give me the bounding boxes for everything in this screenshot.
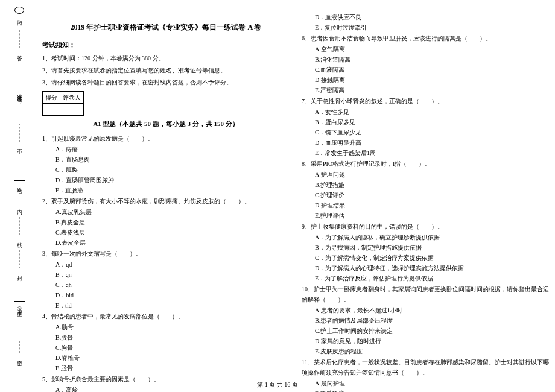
notice-heading: 考试须知： [42,39,290,51]
page-content: 2019 年护士职业资格证考试《专业实务》每日一练试卷 A 卷 考试须知： 1、… [42,12,549,392]
option-line: B．蛋白尿多见 [315,117,549,127]
part-title: A1 型题（本题共 50 题，每小题 3 分，共 150 分） [42,118,290,130]
option-line: D．bid [56,290,290,300]
option-line: C．qh [56,280,290,290]
question-stem: 11、某术后化疗患者，一般状况较差。目前患者存在肺部感染和尿潴留。护士对其进行以… [302,357,549,378]
option-line: A.肋骨 [56,322,290,332]
option-line: B.消化道隔离 [315,54,549,65]
option-line: B.患者的病情及局部受压程度 [315,315,549,326]
exam-title: 2019 年护士职业资格证考试《专业实务》每日一练试卷 A 卷 [42,21,290,33]
option-line: B.真皮全层 [56,217,290,227]
option-line: C.血液隔离 [315,65,549,75]
option-line: D.家属的意见，随时进行 [315,336,549,346]
option-line: D．为了解病人的心理特征，选择护理实施方法提供依据 [315,263,549,273]
underline-field [14,166,25,181]
option-line: B.股骨 [56,332,290,343]
sidebar-label: 照 [16,16,24,17]
sidebar-label: 答 [16,51,24,52]
option-line: D．血压明显升高 [315,138,549,148]
option-line: A.护理问题 [315,169,549,180]
option-line: A．痔疮 [56,144,290,154]
option-line: D．直肠肛管周围脓肿 [56,175,290,185]
option-line: C.胸骨 [56,343,290,353]
dashed-line [19,341,20,353]
question-stem: 6、患者因食用不洁食物而导致甲型肝炎，应该进行的隔离是（ ）。 [302,33,549,43]
question-stem: 9、护士收集健康资料的目的中，错误的是（ ）。 [302,221,549,232]
binding-circle [14,7,24,14]
option-line: E．复位时过度牵引 [315,22,549,33]
page-footer: 第 1 页 共 16 页 [0,381,555,389]
dashed-line [19,217,20,235]
sidebar-label: 不 [16,145,24,146]
sidebar-label-exam-id: 准考证号 [16,90,24,95]
option-line: C.表皮浅层 [56,227,290,238]
question-stem: 8、采用PIO格式进行护理记录时，I指（ ）。 [302,159,549,169]
dashed-line [19,250,20,268]
score-cell: 得分 [43,92,60,104]
left-questions: 1、引起肛瘘最常见的原发病是（ ）。A．痔疮B．直肠息肉C．肛裂D．直肠肛管周围… [42,133,290,392]
option-line: C．为了解病情变化，制定治疗方案提供依据 [315,253,549,263]
option-line: C.护理评价 [315,190,549,200]
option-line: D.接触隔离 [315,75,549,85]
option-line: B.护理措施 [315,180,549,190]
option-line: E．常发生于感染后1周 [315,148,549,158]
option-line: D.脊椎骨 [56,353,290,363]
instruction-line: 3、请仔细阅读各种题目的回答要求，在密封线内答题，否则不予评分。 [42,77,290,87]
sidebar-label: 线 [16,238,24,239]
option-line: A．qd [56,259,290,270]
option-line: E.严密隔离 [315,85,549,95]
option-line: D．血液供应不良 [315,12,549,22]
option-line: E.皮肤疾患的程度 [315,346,549,356]
right-questions: 6、患者因食用不洁食物而导致甲型肝炎，应该进行的隔离是（ ）。A.空气隔离B.消… [302,33,549,392]
option-line: B．为寻找病因，制定护理措施提供依据 [315,242,549,253]
score-table: 得分 评卷人 [42,91,84,116]
option-line: B．直肠息肉 [56,154,290,165]
option-line: D.表皮全层 [56,238,290,248]
right-column: D．血液供应不良 E．复位时过度牵引 6、患者因食用不洁食物而导致甲型肝炎，应该… [302,12,549,392]
option-line: C.护士工作时间的安排来决定 [315,326,549,336]
exam-binding-sidebar: 照 答 准考证号 不 姓名 内 线 封 省（市区） 密 [3,0,36,374]
option-line: D.护理结果 [315,200,549,210]
instruction-line: 2、请首先按要求在试卷的指定位置填写您的姓名、准考证号等信息。 [42,65,290,75]
dashed-line [19,30,20,48]
sidebar-label: 封 [16,271,24,273]
option-line: A.患者的要求，最长不超过1小时 [315,305,549,315]
option-line: E．tid [56,300,290,311]
option-line: A.真皮乳头层 [56,207,290,217]
option-line: E.胫骨 [56,363,290,373]
option-line: A.空气隔离 [315,44,549,54]
sidebar-label: 内 [16,205,24,206]
option-line: C．镜下血尿少见 [315,127,549,138]
option-line: A．女性多见 [315,107,549,117]
option-line: B．qn [56,270,290,280]
question-stem: 3、每晚一次的外文缩写是（ ）。 [42,248,290,259]
option-line: C．肛裂 [56,165,290,175]
instruction-line: 1、考试时间：120 分钟，本卷满分为 380 分。 [42,53,290,63]
option-line: E．为了解治疗反应，评估护理行为提供依据 [315,273,549,283]
grader-cell: 评卷人 [60,92,84,104]
left-column: 2019 年护士职业资格证考试《专业实务》每日一练试卷 A 卷 考试须知： 1、… [42,12,290,392]
underline-field [14,69,25,87]
option-line: E.护理评估 [315,210,549,221]
dashed-line [19,124,20,142]
question-stem: 1、引起肛瘘最常见的原发病是（ ）。 [42,133,290,144]
sidebar-label-province: 省（市区） [16,303,24,309]
question-stem: 2、双手及腕部烫伤，有大小不等的水疱，剧烈疼痛。灼伤及皮肤的（ ）。 [42,196,290,206]
question-stem: 10、护士甲为一卧床患者翻身时，其家属询问患者更换卧位间隔时间的根据，请你指出最… [302,284,549,305]
question-stem: 4、骨结核的患者中，最常见的发病部位是（ ）。 [42,311,290,321]
option-line: A．为了解病人的隐私，确立护理诊断提供依据 [315,232,549,242]
question-stem: 7、关于急性肾小球肾炎的叙述，正确的是（ ）。 [302,96,549,106]
sidebar-label-name: 姓名 [16,183,24,185]
option-line: E．直肠癌 [56,185,290,195]
underline-field [14,286,25,302]
sidebar-label: 密 [16,356,24,357]
